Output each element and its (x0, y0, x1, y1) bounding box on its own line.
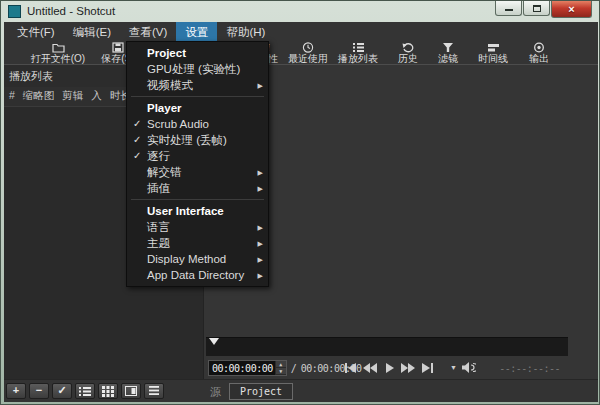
minimize-icon (505, 9, 513, 11)
playlist-menu-button[interactable] (144, 383, 164, 399)
hamburger-menu-icon (149, 386, 159, 395)
menu-view[interactable]: 查看(V) (120, 22, 176, 41)
play-button[interactable] (380, 361, 398, 375)
settings-menu-item-display-method[interactable]: Display Method▶ (127, 251, 268, 267)
selected-time-display: --:--:--:-- (499, 363, 560, 374)
timecode-group: 00:00:00:00 ▲ ▼ / 00:00:00:00 (208, 360, 362, 376)
export-button[interactable]: 输出 (521, 42, 557, 64)
fast-forward-button[interactable] (399, 361, 417, 375)
playlist-button[interactable]: 播放列表 (330, 42, 386, 64)
settings-menu-item-language[interactable]: 语言▶ (127, 219, 268, 235)
spin-down-button[interactable]: ▼ (276, 368, 286, 375)
time-separator: / (291, 363, 297, 374)
spin-up-button[interactable]: ▲ (276, 361, 286, 368)
time-spinner: ▲ ▼ (275, 361, 286, 375)
bottom-bar: + − ✓ 源 Project (4, 379, 598, 402)
tiles-view-icon (102, 386, 114, 397)
checkmark-icon: ✓ (133, 132, 141, 148)
settings-menu-header-user-interface: User Interface (127, 203, 268, 219)
submenu-arrow-icon: ▶ (258, 252, 263, 268)
current-time-spinbox[interactable]: 00:00:00:00 ▲ ▼ (208, 360, 287, 376)
checkmark-icon: ✓ (133, 148, 141, 164)
submenu-arrow-icon: ▶ (258, 220, 263, 236)
details-view-button[interactable] (75, 383, 95, 399)
details-view-icon (79, 386, 91, 396)
client-area: 文件(F) 编辑(E) 查看(V) 设置 帮助(H) 打开文件(O) 保存(S)… (4, 22, 598, 402)
filter-funnel-icon (442, 42, 454, 53)
open-file-button[interactable]: 打开文件(O) (19, 42, 97, 64)
minimize-button[interactable] (495, 1, 522, 16)
tab-source[interactable]: 源 (210, 383, 229, 400)
icons-view-button[interactable] (121, 383, 141, 399)
icons-view-icon (125, 386, 137, 396)
settings-menu-item-interpolation[interactable]: 插值▶ (127, 180, 268, 196)
tab-project[interactable]: Project (229, 383, 293, 400)
skip-to-end-button[interactable] (418, 361, 436, 375)
menu-separator (127, 93, 268, 100)
timeline-button[interactable]: 时间线 (468, 42, 518, 64)
skip-to-start-button[interactable] (342, 361, 360, 375)
player-tabs: 源 Project (210, 383, 293, 400)
volume-dropdown-icon[interactable]: ▼ (450, 364, 457, 371)
open-folder-icon (52, 42, 65, 53)
volume-controls: ▼ (450, 361, 476, 374)
play-icon (381, 362, 397, 374)
transport-bar: 00:00:00:00 ▲ ▼ / 00:00:00:00 (204, 358, 598, 379)
rewind-button[interactable] (361, 361, 379, 375)
add-clip-button[interactable]: + (6, 383, 26, 399)
close-button[interactable]: × (551, 1, 592, 18)
settings-menu-item-gpu-processing[interactable]: GPU处理 (实验性) (127, 61, 268, 77)
submenu-arrow-icon: ▶ (258, 78, 263, 94)
save-icon (112, 42, 124, 53)
maximize-icon (533, 5, 541, 12)
settings-menu-item-video-mode[interactable]: 视频模式▶ (127, 77, 268, 93)
playlist-toolbar: + − ✓ (6, 383, 164, 399)
filters-button[interactable]: 滤镜 (430, 42, 466, 64)
export-target-icon (533, 42, 545, 53)
col-in[interactable]: 入 (91, 89, 102, 103)
settings-menu-item-progressive[interactable]: ✓逐行 (127, 148, 268, 164)
menu-help[interactable]: 帮助(H) (217, 22, 274, 41)
settings-menu-header-project: Project (127, 45, 268, 61)
settings-menu-item-deinterlacer[interactable]: 解交错▶ (127, 164, 268, 180)
skip-start-icon (343, 362, 359, 374)
menu-file[interactable]: 文件(F) (8, 22, 64, 41)
skip-end-icon (419, 362, 435, 374)
speaker-icon[interactable] (461, 361, 476, 374)
current-time-value[interactable]: 00:00:00:00 (209, 361, 275, 375)
settings-menu-header-player: Player (127, 100, 268, 116)
col-index[interactable]: # (9, 89, 15, 103)
window-controls: × (494, 1, 592, 18)
toolbar: 打开文件(O) 保存(S) i 属性 最近使用 播放列表 历史 (4, 41, 598, 65)
settings-menu-item-realtime[interactable]: ✓实时处理 (丢帧) (127, 132, 268, 148)
checkmark-icon: ✓ (133, 116, 141, 132)
titlebar[interactable]: Untitled - Shotcut × (1, 1, 599, 22)
recent-button[interactable]: 最近使用 (280, 42, 336, 64)
seek-bar[interactable] (206, 337, 568, 356)
recent-clock-icon (302, 42, 314, 53)
settings-menu-item-app-data-directory[interactable]: App Data Directory▶ (127, 267, 268, 283)
playlist-icon (352, 42, 365, 53)
close-icon: × (568, 4, 574, 15)
maximize-button[interactable] (523, 1, 550, 16)
col-thumbnail[interactable]: 缩略图 (23, 89, 55, 103)
playhead-marker[interactable] (209, 338, 219, 345)
submenu-arrow-icon: ▶ (258, 181, 263, 197)
submenu-arrow-icon: ▶ (258, 165, 263, 181)
submenu-arrow-icon: ▶ (258, 268, 263, 284)
remove-clip-button[interactable]: − (29, 383, 49, 399)
app-window: Untitled - Shotcut × 文件(F) 编辑(E) 查看(V) 设… (0, 0, 600, 405)
menu-edit[interactable]: 编辑(E) (64, 22, 120, 41)
settings-menu: Project GPU处理 (实验性) 视频模式▶ Player ✓Scrub … (126, 41, 269, 287)
settings-menu-item-theme[interactable]: 主题▶ (127, 235, 268, 251)
update-clip-button[interactable]: ✓ (52, 383, 72, 399)
rewind-icon (362, 362, 378, 374)
history-undo-icon (402, 42, 415, 53)
history-button[interactable]: 历史 (390, 42, 426, 64)
window-title: Untitled - Shotcut (27, 5, 115, 17)
menubar: 文件(F) 编辑(E) 查看(V) 设置 帮助(H) (4, 22, 598, 41)
settings-menu-item-scrub-audio[interactable]: ✓Scrub Audio (127, 116, 268, 132)
tiles-view-button[interactable] (98, 383, 118, 399)
col-clip[interactable]: 剪辑 (62, 89, 83, 103)
menu-settings[interactable]: 设置 (176, 22, 217, 41)
